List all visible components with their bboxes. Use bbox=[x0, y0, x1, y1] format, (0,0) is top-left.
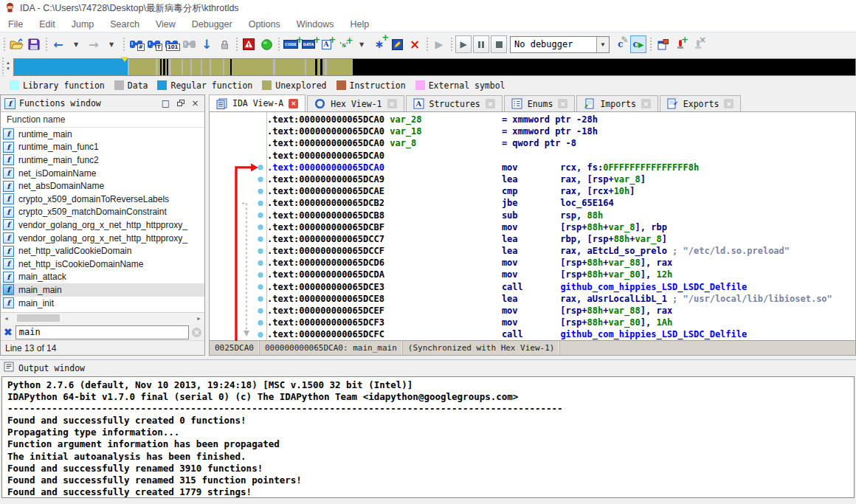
instruction-dot-icon[interactable] bbox=[258, 273, 263, 277]
function-name-column-header[interactable]: Function name bbox=[1, 112, 204, 128]
asm-line[interactable]: .text:000000000065DCA0 var_18 = xmmword … bbox=[267, 125, 855, 137]
asm-line[interactable]: .text:000000000065DCF3 mov [rsp+88h+var_… bbox=[267, 317, 855, 328]
menu-help[interactable]: Help bbox=[342, 19, 377, 30]
clear-filter-icon[interactable]: × bbox=[192, 328, 201, 337]
asm-line[interactable]: .text:000000000065DCD6 mov [rsp+88h+var_… bbox=[267, 257, 855, 269]
functions-hscrollbar[interactable]: ◄ ► bbox=[1, 312, 204, 324]
menu-jump[interactable]: Jump bbox=[63, 19, 103, 30]
toolbar-drag-handle[interactable] bbox=[122, 36, 125, 52]
function-row[interactable]: fmain_main bbox=[1, 283, 204, 297]
close-tab-icon[interactable]: × bbox=[558, 99, 567, 108]
instruction-dot-icon[interactable] bbox=[258, 189, 263, 193]
disassembly-code[interactable]: .text:000000000065DCA0 var_28 = xmmword … bbox=[267, 112, 855, 340]
menu-options[interactable]: Options bbox=[241, 19, 289, 30]
asm-line[interactable]: .text:000000000065DCCF lea rax, aEtcLd_s… bbox=[267, 245, 855, 257]
scroll-left-icon[interactable]: ◄ bbox=[1, 313, 12, 324]
menu-windows[interactable]: Windows bbox=[289, 19, 342, 30]
toolbar-drag-handle[interactable] bbox=[425, 36, 429, 52]
create-string-button[interactable]: 's'+ bbox=[336, 35, 352, 53]
problems-button[interactable] bbox=[241, 35, 257, 53]
scroll-right-icon[interactable]: ► bbox=[193, 313, 204, 324]
function-row[interactable]: fcrypto_x509_matchDomainConstraint bbox=[1, 206, 204, 219]
create-function-button[interactable]: CODE+ bbox=[283, 35, 299, 53]
asm-line[interactable]: .text:000000000065DCC7 lea rbp, [rsp+88h… bbox=[267, 233, 855, 245]
toolbar-drag-handle[interactable] bbox=[44, 36, 48, 52]
tab-structures[interactable]: AStructures× bbox=[406, 95, 503, 111]
instruction-dot-icon[interactable] bbox=[258, 320, 263, 325]
instruction-dot-icon[interactable] bbox=[258, 333, 263, 337]
undefine-button[interactable]: × bbox=[407, 35, 423, 53]
search-number-button[interactable]: # bbox=[128, 35, 144, 53]
instruction-dot-icon[interactable] bbox=[258, 285, 263, 289]
create-name-button[interactable]: A+ bbox=[318, 35, 334, 53]
asm-line[interactable]: .text:000000000065DCFC call github_com_h… bbox=[267, 328, 855, 340]
menu-file[interactable]: File bbox=[0, 19, 31, 30]
asm-line[interactable]: .text:000000000065DCB8 sub rsp, 88h bbox=[267, 210, 855, 221]
asm-line[interactable]: .text:000000000065DCA0 mov rcx, fs:0FFFF… bbox=[267, 162, 855, 173]
instruction-dot-icon[interactable] bbox=[258, 165, 263, 170]
continue-process-button[interactable]: c▶ bbox=[630, 35, 646, 53]
create-data-button[interactable]: DATA+ bbox=[300, 35, 317, 53]
run-button[interactable]: ▶ bbox=[431, 35, 447, 53]
tab-imports[interactable]: Imports× bbox=[576, 95, 657, 111]
instruction-dot-icon[interactable] bbox=[258, 308, 263, 313]
tab-ida-view-a[interactable]: IDA View-A× bbox=[209, 94, 306, 111]
function-row[interactable]: fnet_http_validCookieDomain bbox=[1, 244, 204, 258]
toolbar-drag-handle[interactable] bbox=[449, 36, 453, 52]
edit-item-button[interactable] bbox=[389, 35, 405, 53]
search-binary-button[interactable]: 101 bbox=[163, 35, 179, 53]
float-window-icon[interactable]: □ bbox=[160, 98, 171, 108]
function-row[interactable]: fruntime_main bbox=[1, 128, 204, 141]
menu-debugger[interactable]: Debugger bbox=[184, 19, 241, 30]
close-window-icon[interactable]: × bbox=[190, 98, 201, 108]
start-process-button[interactable]: ▶ bbox=[455, 35, 472, 53]
toolbar-drag-handle[interactable] bbox=[235, 36, 238, 52]
open-file-button[interactable] bbox=[8, 35, 24, 53]
chevron-down-icon[interactable]: ▼ bbox=[596, 37, 609, 52]
analysis-lock-button[interactable] bbox=[216, 35, 232, 53]
create-struct-button[interactable]: ∗+ bbox=[371, 35, 387, 53]
debugger-windows-button[interactable] bbox=[655, 35, 671, 53]
function-row[interactable]: fvendor_golang_org_x_net_http_httpproxy_ bbox=[1, 218, 204, 232]
tab-enums[interactable]: Enums× bbox=[504, 95, 576, 111]
forward-button[interactable]: → bbox=[86, 35, 102, 53]
ida-view-a[interactable]: .text:000000000065DCA0 var_28 = xmmword … bbox=[209, 111, 856, 341]
add-breakpoint-button[interactable]: + bbox=[672, 35, 688, 53]
toolbar-drag-handle[interactable] bbox=[2, 36, 6, 52]
asm-line[interactable]: .text:000000000065DCAE cmp rax, [rcx+10h… bbox=[267, 185, 855, 197]
instruction-dot-icon[interactable] bbox=[258, 225, 263, 229]
close-tab-icon[interactable]: × bbox=[387, 99, 397, 108]
menu-view[interactable]: View bbox=[148, 19, 184, 30]
asm-line[interactable]: .text:000000000065DCEF mov [rsp+88h+var_… bbox=[267, 305, 855, 317]
instruction-dot-icon[interactable] bbox=[258, 177, 263, 182]
asm-line[interactable]: .text:000000000065DCE8 lea rax, aUsrLoca… bbox=[267, 293, 855, 305]
navband-arrows-icon[interactable]: ▲▼ bbox=[6, 60, 12, 75]
instruction-dot-icon[interactable] bbox=[258, 297, 263, 301]
debugger-select[interactable]: No debugger▼ bbox=[510, 36, 610, 53]
function-row[interactable]: fmain_init bbox=[1, 297, 204, 310]
function-row[interactable]: fruntime_main_func1 bbox=[1, 141, 204, 154]
close-tab-icon[interactable]: × bbox=[486, 99, 495, 108]
asm-line[interactable]: .text:000000000065DCA0 var_28 = xmmword … bbox=[267, 114, 855, 125]
navband-drag-handle[interactable] bbox=[1, 57, 5, 76]
asm-line[interactable]: .text:000000000065DCE3 call github_com_h… bbox=[267, 281, 855, 293]
asm-line[interactable]: .text:000000000065DCBF mov [rsp+88h+var_… bbox=[267, 221, 855, 233]
instruction-dot-icon[interactable] bbox=[258, 237, 263, 241]
menu-search[interactable]: Search bbox=[102, 19, 148, 30]
toolbar-drag-handle[interactable] bbox=[649, 36, 652, 52]
function-row[interactable]: fvendor_golang_org_x_net_http_httpproxy_ bbox=[1, 232, 204, 245]
asm-line[interactable]: .text:000000000065DCB2 jbe loc_65E164 bbox=[267, 197, 855, 209]
jump-address-button[interactable]: ↓ bbox=[199, 35, 215, 53]
asm-line[interactable]: .text:000000000065DCDA mov [rsp+88h+var_… bbox=[267, 269, 855, 280]
function-row[interactable]: fnet_http_isCookieDomainName bbox=[1, 258, 204, 271]
close-tab-icon[interactable]: × bbox=[724, 99, 734, 108]
string-more-button[interactable]: ▼ bbox=[353, 35, 370, 53]
functions-window-titlebar[interactable]: f Functions window □ × bbox=[1, 95, 204, 112]
close-tab-icon[interactable]: × bbox=[289, 99, 298, 108]
instruction-dot-icon[interactable] bbox=[258, 201, 263, 205]
asm-line[interactable]: .text:000000000065DCA0 bbox=[267, 150, 855, 162]
search-again-button[interactable] bbox=[181, 35, 197, 53]
filter-input[interactable] bbox=[15, 325, 189, 339]
instruction-dot-icon[interactable] bbox=[258, 249, 263, 253]
instruction-dot-icon[interactable] bbox=[258, 260, 263, 265]
